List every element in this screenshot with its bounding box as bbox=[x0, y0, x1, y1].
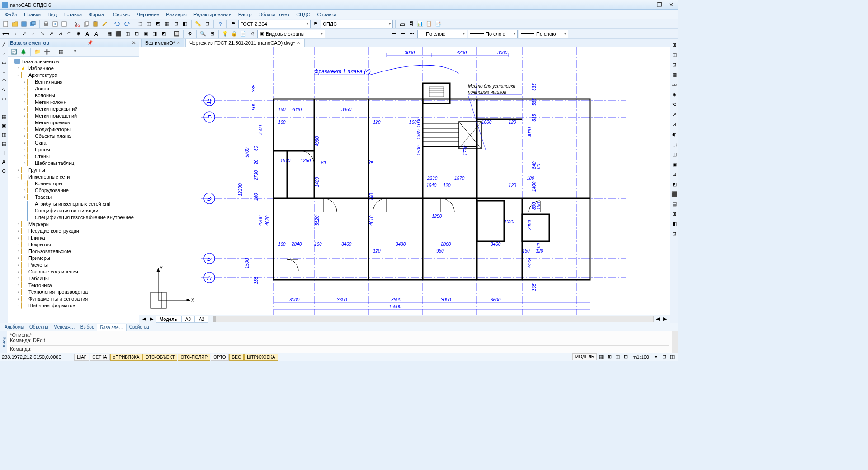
tool-icon[interactable]: ⊙ bbox=[0, 167, 8, 174]
tool-icon[interactable]: ▦ bbox=[163, 20, 171, 28]
tool-icon[interactable]: 🔲 bbox=[173, 30, 181, 38]
status-toggle-ОРТО[interactable]: ОРТО bbox=[211, 354, 228, 361]
status-toggle-оПРИВЯЗКА[interactable]: оПРИВЯЗКА bbox=[110, 354, 142, 361]
tool-icon[interactable]: ◫ bbox=[670, 51, 679, 59]
arc-icon[interactable]: ◠ bbox=[0, 77, 8, 84]
point-icon[interactable]: · bbox=[0, 104, 8, 111]
dim-icon[interactable]: ⊿ bbox=[56, 30, 64, 38]
print-icon[interactable] bbox=[42, 20, 50, 28]
brush-icon[interactable] bbox=[100, 20, 108, 28]
tree-node[interactable]: ›Шаблоны форматов bbox=[8, 302, 139, 309]
tool-icon[interactable]: ◧ bbox=[670, 220, 679, 228]
plot-icon[interactable] bbox=[60, 20, 68, 28]
maximize-button[interactable]: ❐ bbox=[657, 1, 662, 8]
panel-pin-icon[interactable]: 📌 bbox=[86, 40, 94, 45]
menu-Вид[interactable]: Вид bbox=[44, 11, 60, 18]
layer-icon[interactable]: ☱ bbox=[399, 30, 407, 38]
rect-icon[interactable]: ▭ bbox=[0, 59, 8, 66]
folder-icon[interactable]: 📁 bbox=[33, 48, 42, 56]
tool-icon[interactable]: ⊞ bbox=[208, 30, 216, 38]
layout-tab[interactable]: A2 bbox=[195, 316, 208, 323]
status-icon[interactable]: ⊡ bbox=[660, 353, 668, 361]
cut-icon[interactable] bbox=[73, 20, 81, 28]
measure-icon[interactable]: 📏 bbox=[194, 20, 202, 28]
tab-nav-right[interactable]: ▶ bbox=[148, 316, 155, 322]
close-tab-icon[interactable]: ✕ bbox=[297, 41, 301, 45]
tree-node[interactable]: ›Трассы bbox=[8, 193, 139, 200]
tree-node[interactable]: ›Стены bbox=[8, 153, 139, 160]
tree-node[interactable]: База элементов bbox=[8, 58, 139, 65]
tree-node[interactable]: ›Двери bbox=[8, 85, 139, 92]
help-icon[interactable]: ? bbox=[71, 48, 79, 56]
menu-Вставка[interactable]: Вставка bbox=[60, 11, 85, 18]
status-toggle-ШАГ[interactable]: ШАГ bbox=[74, 354, 89, 361]
tree-node[interactable]: ›Пользовательские bbox=[8, 248, 139, 254]
view-icon[interactable]: ▦ bbox=[57, 48, 65, 56]
tool-icon[interactable]: ⟲ bbox=[670, 100, 679, 108]
tree-node[interactable]: Спецификация газоснабжение внутреннее bbox=[8, 214, 139, 221]
tool-icon[interactable]: ▣ bbox=[670, 160, 679, 168]
text-icon[interactable]: T bbox=[0, 149, 8, 156]
status-toggle-СЕТКА[interactable]: СЕТКА bbox=[90, 354, 110, 361]
hatch-icon[interactable]: ▦ bbox=[0, 113, 8, 120]
document-tab[interactable]: Чертеж из ГОСТ 21.501-2011 (nanoCAD).dwg… bbox=[185, 39, 305, 47]
status-icon[interactable]: ⊡ bbox=[622, 353, 630, 361]
status-toggle-ШТРИХОВКА[interactable]: ШТРИХОВКА bbox=[244, 354, 278, 361]
db-icon[interactable]: 📑 bbox=[434, 20, 442, 28]
menu-Справка[interactable]: Справка bbox=[314, 11, 340, 18]
dim-icon[interactable]: ↗ bbox=[47, 30, 55, 38]
menu-Правка[interactable]: Правка bbox=[21, 11, 44, 18]
tree-node[interactable]: ›Фундаменты и основания bbox=[8, 295, 139, 302]
tree-node[interactable]: ›Несущие конструкции bbox=[8, 227, 139, 234]
close-tab-icon[interactable]: ✕ bbox=[177, 41, 180, 45]
pline-icon[interactable]: ⟋ bbox=[0, 50, 8, 57]
tool-icon[interactable]: ⬚ bbox=[136, 20, 144, 28]
tree-node[interactable]: ›Сварные соединения bbox=[8, 268, 139, 275]
tool-icon[interactable]: ◫ bbox=[123, 30, 132, 38]
panel-tab[interactable]: Менедж… bbox=[51, 324, 77, 330]
tool-icon[interactable]: ⊞ bbox=[670, 41, 679, 49]
menu-Файл[interactable]: Файл bbox=[2, 11, 20, 18]
tree-node[interactable]: ⌄Инженерные сети bbox=[8, 173, 139, 180]
layout-tab[interactable]: Модель bbox=[156, 316, 181, 323]
text-icon[interactable]: A bbox=[92, 30, 100, 38]
tree-node[interactable]: ›★Избранное bbox=[8, 65, 139, 71]
print-icon[interactable]: 🖨 bbox=[248, 30, 256, 38]
text-style-combo[interactable]: ГОСТ 2.304▼ bbox=[238, 20, 311, 28]
tool-icon[interactable]: ◫ bbox=[670, 150, 679, 158]
menu-Растр[interactable]: Растр bbox=[235, 11, 255, 18]
tool-icon[interactable]: ⊡ bbox=[670, 230, 679, 238]
linetype-combo[interactable]: По слою▼ bbox=[468, 30, 518, 38]
tree-node[interactable]: ›Метки колонн bbox=[8, 99, 139, 105]
tree-node[interactable]: ›Проём bbox=[8, 146, 139, 153]
tree-node[interactable]: ›Покрытия bbox=[8, 241, 139, 248]
status-icon[interactable]: ◫ bbox=[668, 353, 676, 361]
close-button[interactable]: ✕ bbox=[669, 1, 674, 8]
menu-Облака точек[interactable]: Облака точек bbox=[255, 11, 293, 18]
status-icon[interactable]: ▼ bbox=[652, 353, 660, 361]
tool-icon[interactable]: ⊞ bbox=[670, 210, 679, 218]
tree-node[interactable]: ›Оборудование bbox=[8, 187, 139, 193]
saveall-icon[interactable] bbox=[29, 20, 37, 28]
dim-style-combo[interactable]: СПДС▼ bbox=[321, 20, 393, 28]
dim-icon[interactable]: ↔ bbox=[11, 30, 19, 38]
tree-node[interactable]: ›Вентиляция bbox=[8, 78, 139, 85]
layer-icon[interactable]: ☲ bbox=[408, 30, 416, 38]
tool-icon[interactable]: ⬚ bbox=[670, 140, 679, 148]
viewport-combo[interactable]: ▣Видовые экраны▼ bbox=[257, 30, 325, 38]
tool-icon[interactable]: ⬛ bbox=[670, 190, 679, 198]
tree-icon[interactable]: 🌲 bbox=[19, 48, 28, 56]
tree-node[interactable]: ›Модификаторы bbox=[8, 126, 139, 132]
bulb-icon[interactable]: 💡 bbox=[221, 30, 229, 38]
status-toggle-ОТС-ПОЛЯР[interactable]: ОТС-ПОЛЯР bbox=[178, 354, 210, 361]
panel-tab[interactable]: Альбомы bbox=[2, 324, 27, 330]
mtext-icon[interactable]: A bbox=[0, 158, 8, 165]
preview-icon[interactable] bbox=[51, 20, 59, 28]
menu-Сервис[interactable]: Сервис bbox=[110, 11, 133, 18]
drawing-viewport[interactable]: Д Г В Б А bbox=[139, 47, 670, 315]
tree-node[interactable]: ›Таблицы bbox=[8, 275, 139, 282]
undo-icon[interactable] bbox=[113, 20, 122, 28]
status-icon[interactable]: ◫ bbox=[613, 353, 622, 361]
circle-icon[interactable]: ○ bbox=[0, 68, 8, 75]
refresh-icon[interactable]: 🔄 bbox=[10, 48, 18, 56]
